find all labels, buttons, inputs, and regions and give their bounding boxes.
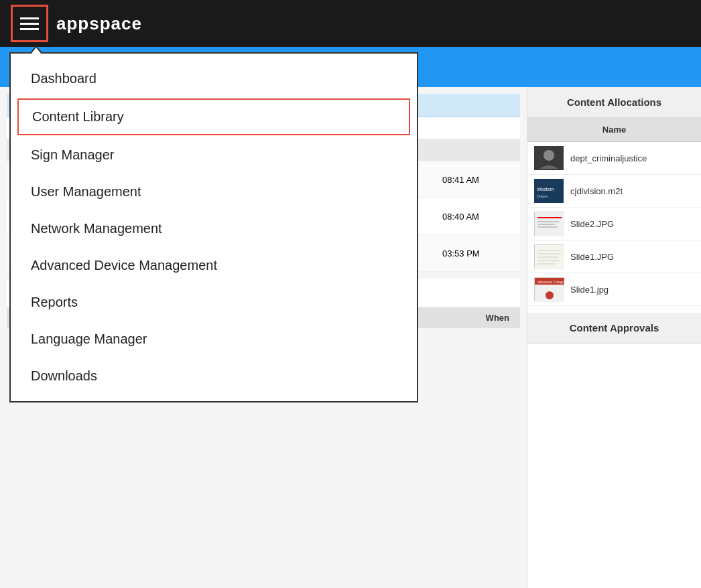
hamburger-button[interactable] — [11, 5, 48, 42]
hamburger-line-2 — [20, 23, 39, 25]
allocation-row[interactable]: Slide2.JPG — [527, 208, 701, 240]
svg-text:Oregon: Oregon — [537, 194, 548, 198]
sidebar-item-dashboard[interactable]: Dashboard — [11, 60, 417, 97]
approvals-title: Content Approvals — [527, 313, 701, 344]
sidebar-item-advanced-device-management[interactable]: Advanced Device Management — [11, 247, 417, 284]
sidebar-item-network-management[interactable]: Network Management — [11, 210, 417, 247]
hamburger-line-3 — [20, 28, 39, 30]
alloc-name: dept_criminaljustice — [570, 153, 647, 163]
app-logo: appspace — [56, 13, 142, 34]
file-time: 08:41 AM — [442, 175, 509, 185]
allocations-title: Content Allocations — [527, 87, 701, 118]
app-header: appspace — [0, 0, 701, 47]
svg-text:Western Oregon: Western Oregon — [537, 280, 564, 284]
alloc-name: Slide2.JPG — [570, 219, 614, 229]
sidebar-item-sign-manager[interactable]: Sign Manager — [11, 137, 417, 173]
sidebar-item-reports[interactable]: Reports — [11, 284, 417, 321]
alloc-thumb-slide1 — [534, 244, 564, 269]
sidebar-item-user-management[interactable]: User Management — [11, 173, 417, 210]
allocation-row[interactable]: WesternOregon cjdivision.m2t — [527, 175, 701, 208]
sidebar-item-downloads[interactable]: Downloads — [11, 358, 417, 394]
alloc-thumb-slide2 — [534, 212, 564, 236]
nav-dropdown-menu: Dashboard Content Library Sign Manager U… — [9, 52, 418, 402]
allocation-row[interactable]: dept_criminaljustice — [527, 142, 701, 175]
alloc-name: Slide1.JPG — [570, 252, 614, 262]
sidebar-item-content-library[interactable]: Content Library — [17, 98, 410, 135]
alloc-thumb-criminal — [534, 146, 564, 170]
alloc-name: cjdivision.m2t — [570, 186, 623, 196]
alloc-thumb-slide1b: Western Oregon — [534, 277, 564, 301]
alloc-name: Slide1.jpg — [570, 285, 609, 295]
svg-text:Western: Western — [537, 187, 554, 192]
file-time: 08:40 AM — [442, 212, 509, 222]
svg-point-26 — [546, 291, 554, 299]
alloc-thumb-western: WesternOregon — [534, 179, 564, 203]
file-time: 03:53 PM — [442, 248, 509, 259]
hamburger-line-1 — [20, 17, 39, 19]
right-panel: Content Allocations Name dept_criminalju… — [527, 87, 701, 588]
svg-point-8 — [544, 150, 554, 161]
allocations-name-header: Name — [527, 118, 701, 142]
sidebar-item-language-manager[interactable]: Language Manager — [11, 321, 417, 358]
allocation-row[interactable]: Western Oregon Slide1.jpg — [527, 273, 701, 306]
allocation-row[interactable]: Slide1.JPG — [527, 240, 701, 273]
